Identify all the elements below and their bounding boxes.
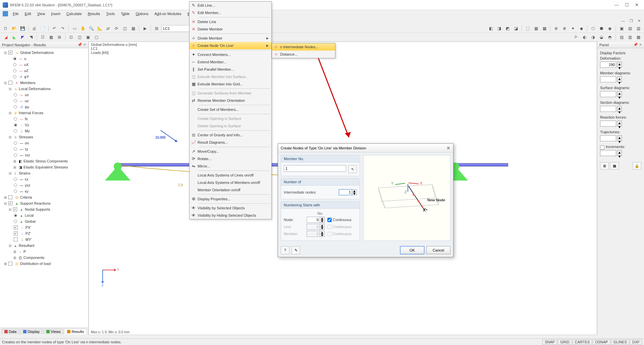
panel-btn-1[interactable]: ⊞ — [600, 162, 609, 169]
pin-icon[interactable]: 📌 ✕ — [77, 43, 86, 47]
close-button[interactable]: ✕ — [635, 2, 639, 7]
rotate-button[interactable]: ⟳ — [113, 25, 120, 32]
ctx-display-props[interactable]: ⚙Display Properties... — [190, 195, 271, 203]
ctx-edit-member[interactable]: ✎Edit Member... — [190, 9, 271, 16]
ctx-edit-line[interactable]: ✎Edit Line... — [190, 2, 271, 9]
tb-c2[interactable]: ⊗ — [561, 25, 568, 32]
tb2-r7[interactable]: ▦ — [635, 33, 642, 41]
iso-button[interactable]: ◫ — [121, 25, 128, 32]
tb2-flag[interactable]: 🏳 — [573, 33, 580, 41]
tb-a2[interactable]: ◨ — [495, 25, 503, 32]
ctx-lax-members[interactable]: Local Axis Systems of Members on/off — [190, 179, 271, 186]
tb-a1[interactable]: ◧ — [487, 25, 494, 32]
tb2-10[interactable]: ▣ — [84, 33, 92, 41]
member-diag-input[interactable] — [600, 76, 616, 82]
hand-button[interactable]: ✋ — [79, 25, 87, 32]
dialog-titlebar[interactable]: Create Nodes of Type 'On Line' via Membe… — [278, 144, 453, 152]
tab-data[interactable]: Data — [1, 329, 19, 334]
pin-icon[interactable]: 📌 ✕ — [633, 43, 642, 47]
ctx-extend-member[interactable]: ↔Extend Member... — [190, 58, 271, 66]
cancel-button[interactable]: Cancel — [426, 246, 450, 254]
zoom-button[interactable]: 🔍 — [88, 25, 95, 32]
tb-d2[interactable]: ⬢ — [598, 25, 605, 32]
panel-btn-2[interactable]: ▦ — [610, 162, 619, 169]
menu-addons[interactable]: Add-on Modules — [152, 11, 184, 16]
data-button[interactable]: ⊞ — [153, 25, 160, 32]
tb-b1[interactable]: ⬚ — [524, 25, 531, 32]
edit-button[interactable]: ✎ — [291, 246, 300, 254]
measure-button[interactable]: 📐 — [96, 25, 103, 32]
tb2-3[interactable]: ◤ — [19, 33, 26, 41]
ctx-move-copy[interactable]: ↗Move/Copy... — [190, 148, 271, 155]
tab-display[interactable]: Display — [20, 329, 43, 334]
deformation-input[interactable] — [600, 62, 616, 68]
ctx-vis-selected[interactable]: 👁Visibility by Selected Objects — [190, 204, 271, 212]
report-button[interactable]: 📄 — [39, 25, 46, 32]
ctx-rotate[interactable]: ⟳Rotate... — [190, 155, 271, 162]
tab-results[interactable]: Results — [64, 329, 87, 334]
tb2-r1[interactable]: ◐ — [581, 33, 588, 41]
menu-file[interactable]: File — [10, 11, 21, 16]
tb-c4[interactable]: ◆ — [578, 25, 585, 32]
node-start-input[interactable] — [307, 217, 320, 223]
minimize-button[interactable]: — — [614, 2, 619, 7]
tb2-7[interactable]: ⊞ — [56, 33, 63, 41]
ctx-mirror[interactable]: ⇋Mirror... — [190, 162, 271, 170]
new-button[interactable]: 🗋 — [2, 25, 9, 32]
section-diag-input[interactable] — [600, 106, 616, 112]
tb-a3[interactable]: ◩ — [504, 25, 511, 32]
ctx-vis-hide[interactable]: 👁Visibility by Hiding Selected Objects — [190, 212, 271, 219]
mdi-restore[interactable]: ❐ — [630, 19, 633, 23]
maximize-button[interactable]: ☐ — [625, 2, 629, 7]
node-continuous-check[interactable] — [327, 218, 332, 222]
menu-results[interactable]: Results — [85, 11, 103, 16]
tab-views[interactable]: Views — [43, 329, 63, 334]
trajectory-input[interactable] — [600, 135, 616, 141]
ctx-divide-member[interactable]: ⊹Divide Member▶ — [190, 34, 271, 42]
tb-e1[interactable]: ▣ — [618, 25, 625, 32]
open-button[interactable]: 📂 — [10, 25, 18, 32]
undo-button[interactable]: ↶ — [51, 25, 58, 32]
status-osnap[interactable]: OSNAP — [593, 339, 610, 345]
dialog-close-button[interactable]: ✕ — [446, 145, 450, 151]
ctx-result-diagrams[interactable]: 📈Result Diagrams... — [190, 139, 271, 146]
tb2-11[interactable]: ▢ — [93, 33, 100, 41]
print-button[interactable]: 🖨 — [31, 25, 38, 32]
calc-button[interactable]: ▶ — [141, 25, 149, 32]
ctx-member-orient[interactable]: Member Orientation on/off — [190, 186, 271, 194]
menu-calculate[interactable]: Calculate — [64, 11, 85, 16]
ctx-lax-lines[interactable]: Local Axis Systems of Lines on/off — [190, 171, 271, 179]
tb2-r6[interactable]: ▥ — [626, 33, 634, 41]
help-button[interactable]: ? — [281, 246, 289, 254]
tb-a4[interactable]: ◪ — [512, 25, 520, 32]
tb-d1[interactable]: ⬡ — [589, 25, 597, 32]
tb2-r5[interactable]: ▤ — [618, 33, 625, 41]
increments-check[interactable] — [600, 145, 604, 150]
tb2-r3[interactable]: ◒ — [598, 33, 605, 41]
tb2-9[interactable]: ◫ — [76, 33, 83, 41]
status-grid[interactable]: GRID — [558, 339, 572, 345]
tb2-5[interactable]: ☷ — [39, 33, 46, 41]
menu-edit[interactable]: Edit — [22, 11, 34, 16]
ctx-delete-member[interactable]: ✕Delete Member — [190, 25, 271, 33]
status-cartes[interactable]: CARTES — [573, 339, 592, 345]
tb-b2[interactable]: ▦ — [532, 25, 540, 32]
redo-button[interactable]: ↷ — [59, 25, 66, 32]
surface-diag-input[interactable] — [600, 91, 616, 97]
pick-member-button[interactable]: ↖ — [348, 165, 357, 173]
status-glines[interactable]: GLINES — [611, 339, 629, 345]
ctx-connect-members[interactable]: ✦Connect Members... — [190, 51, 271, 58]
member-no-input[interactable] — [284, 165, 346, 172]
view-button[interactable]: ▦ — [129, 25, 137, 32]
ctx-delete-line[interactable]: ✕Delete Line — [190, 18, 271, 25]
save-button[interactable]: 💾 — [19, 25, 26, 32]
tb2-r4[interactable]: ◓ — [606, 33, 613, 41]
tb-e3[interactable]: ▥ — [635, 25, 642, 32]
panel-btn-3[interactable]: 🔒 — [633, 162, 641, 169]
submenu-n-intermediate[interactable]: ⊹n Intermediate Nodes... — [272, 43, 335, 51]
status-dxf[interactable]: DXF — [630, 339, 642, 345]
submenu-distance[interactable]: ⊹Distance... — [272, 51, 335, 58]
ctx-parallel-member[interactable]: ∥Set Parallel Member... — [190, 66, 271, 73]
mdi-minimize[interactable]: — — [621, 19, 625, 23]
tb2-1[interactable]: ◢ — [2, 33, 9, 41]
